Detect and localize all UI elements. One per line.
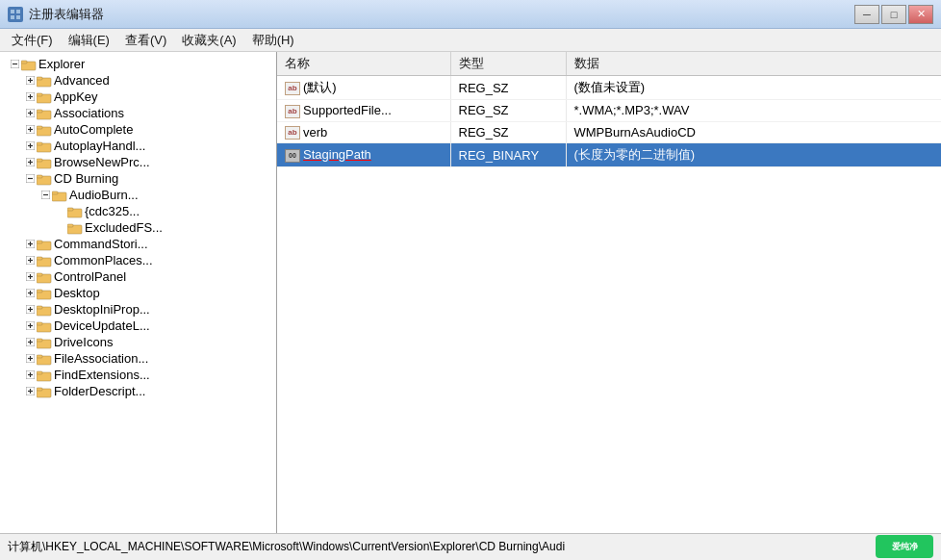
restore-button[interactable]: □ <box>881 5 906 24</box>
expand-icon[interactable] <box>54 205 67 218</box>
folder-icon <box>52 189 67 202</box>
tree-item-label: {cdc325... <box>85 204 140 218</box>
registry-tbody: ab(默认)REG_SZ(数值未设置)abSupportedFile...REG… <box>277 76 941 167</box>
tree-item-advanced[interactable]: Advanced <box>0 72 276 89</box>
tree-item-label: FindExtensions... <box>54 368 150 382</box>
expand-icon[interactable] <box>23 156 37 169</box>
tree-item-driveicons[interactable]: DriveIcons <box>0 334 276 350</box>
svg-rect-32 <box>37 142 42 145</box>
cell-name: ab(默认) <box>277 76 450 100</box>
tree-item-explorer[interactable]: Explorer <box>0 56 276 72</box>
svg-rect-49 <box>67 224 73 227</box>
expand-icon[interactable] <box>23 140 37 153</box>
table-row[interactable]: ab(默认)REG_SZ(数值未设置) <box>277 76 941 100</box>
expand-icon[interactable] <box>23 319 37 333</box>
svg-rect-17 <box>37 93 42 96</box>
tree-panel: Explorer Advanced AppKey Associations Au… <box>0 52 277 533</box>
cell-data: (长度为零的二进制值) <box>566 143 941 167</box>
svg-rect-47 <box>67 208 73 211</box>
folder-icon <box>37 238 52 251</box>
tree-item-label: ExcludedFS... <box>85 220 163 235</box>
folder-icon <box>67 205 83 218</box>
menu-item-file[interactable]: 文件(F) <box>4 30 61 51</box>
watermark: 爱纯净 <box>876 535 933 558</box>
window-title: 注册表编辑器 <box>29 6 854 23</box>
svg-rect-3 <box>16 15 20 19</box>
expand-icon[interactable] <box>23 172 37 186</box>
svg-rect-89 <box>37 355 42 358</box>
tree-item-desktopiniprop[interactable]: DesktopIniProp... <box>0 301 276 318</box>
expand-icon[interactable] <box>23 336 37 349</box>
tree-item-label: FileAssociation... <box>54 351 148 366</box>
tree-item-label: Desktop <box>54 286 100 300</box>
tree-item-associations[interactable]: Associations <box>0 105 276 121</box>
expand-icon[interactable] <box>23 74 37 88</box>
cell-type: REG_SZ <box>450 76 566 100</box>
folder-icon <box>37 369 52 382</box>
tree-item-autoplayhandl[interactable]: AutoplayHandl... <box>0 138 276 154</box>
tree-item-label: ControlPanel <box>54 269 126 284</box>
col-header-data: 数据 <box>566 52 941 76</box>
tree-item-desktop[interactable]: Desktop <box>0 285 276 301</box>
table-row[interactable]: abSupportedFile...REG_SZ*.WMA;*.MP3;*.WA… <box>277 100 941 122</box>
minimize-button[interactable]: ─ <box>854 5 879 24</box>
menu-item-favorites[interactable]: 收藏夹(A) <box>174 30 243 51</box>
tree-item-autocomplete[interactable]: AutoComplete <box>0 121 276 138</box>
expand-icon[interactable] <box>54 221 67 235</box>
svg-rect-59 <box>37 257 42 260</box>
main-content: Explorer Advanced AppKey Associations Au… <box>0 52 941 533</box>
tree-item-cdc3257[interactable]: {cdc325... <box>0 203 276 219</box>
tree-item-label: Explorer <box>38 57 85 71</box>
expand-icon[interactable] <box>8 58 21 71</box>
close-button[interactable]: ✕ <box>908 5 933 24</box>
expand-icon[interactable] <box>23 385 37 398</box>
tree-item-audioburn[interactable]: AudioBurn... <box>0 187 276 203</box>
menu-bar: 文件(F)编辑(E)查看(V)收藏夹(A)帮助(H) <box>0 29 941 52</box>
status-path: 计算机\HKEY_LOCAL_MACHINE\SOFTWARE\Microsof… <box>8 539 933 555</box>
status-bar: 计算机\HKEY_LOCAL_MACHINE\SOFTWARE\Microsof… <box>0 533 941 560</box>
expand-icon[interactable] <box>23 107 37 120</box>
expand-icon[interactable] <box>23 352 37 366</box>
tree-item-label: AppKey <box>54 89 98 104</box>
tree-item-folderdescript[interactable]: FolderDescript... <box>0 383 276 399</box>
tree-item-fileassociation[interactable]: FileAssociation... <box>0 350 276 367</box>
expand-icon[interactable] <box>23 90 37 104</box>
tree-item-appkey[interactable]: AppKey <box>0 89 276 105</box>
expand-icon[interactable] <box>23 254 37 267</box>
tree-item-excludedfs[interactable]: ExcludedFS... <box>0 219 276 236</box>
menu-item-view[interactable]: 查看(V) <box>117 30 174 51</box>
expand-icon[interactable] <box>38 189 52 202</box>
table-row[interactable]: abverbREG_SZWMPBurnAsAudioCD <box>277 121 941 143</box>
folder-icon <box>21 58 37 71</box>
tree-item-commandstori[interactable]: CommandStori... <box>0 236 276 252</box>
tree-item-commonplaces[interactable]: CommonPlaces... <box>0 252 276 268</box>
menu-item-help[interactable]: 帮助(H) <box>244 30 302 51</box>
expand-icon[interactable] <box>23 369 37 382</box>
svg-rect-2 <box>11 15 14 19</box>
folder-icon <box>37 336 52 349</box>
tree-item-controlpanel[interactable]: ControlPanel <box>0 268 276 285</box>
app-icon <box>8 7 23 22</box>
tree-item-label: DriveIcons <box>54 335 113 349</box>
tree-item-label: AutoplayHandl... <box>54 139 145 153</box>
tree-item-deviceupdatel[interactable]: DeviceUpdateL... <box>0 318 276 334</box>
tree-item-findextensions[interactable]: FindExtensions... <box>0 367 276 383</box>
expand-icon[interactable] <box>23 238 37 251</box>
folder-icon <box>37 270 52 284</box>
expand-icon[interactable] <box>23 270 37 284</box>
expand-icon[interactable] <box>23 287 37 300</box>
svg-rect-27 <box>37 126 42 129</box>
svg-rect-22 <box>37 110 42 113</box>
table-header-row: 名称 类型 数据 <box>277 52 941 76</box>
tree-item-cdburning[interactable]: CD Burning <box>0 170 276 187</box>
tree-scroll[interactable]: Explorer Advanced AppKey Associations Au… <box>0 52 276 533</box>
right-panel: 名称 类型 数据 ab(默认)REG_SZ(数值未设置)abSupportedF… <box>277 52 941 533</box>
menu-item-edit[interactable]: 编辑(E) <box>61 30 117 51</box>
expand-icon[interactable] <box>23 303 37 317</box>
tree-item-browsenewprc[interactable]: BrowseNewPrc... <box>0 154 276 170</box>
tree-item-label: FolderDescript... <box>54 384 145 398</box>
table-row[interactable]: 00StagingPathREG_BINARY(长度为零的二进制值) <box>277 143 941 167</box>
svg-rect-84 <box>37 339 42 342</box>
expand-icon[interactable] <box>23 123 37 137</box>
tree-item-label: AudioBurn... <box>69 188 139 202</box>
